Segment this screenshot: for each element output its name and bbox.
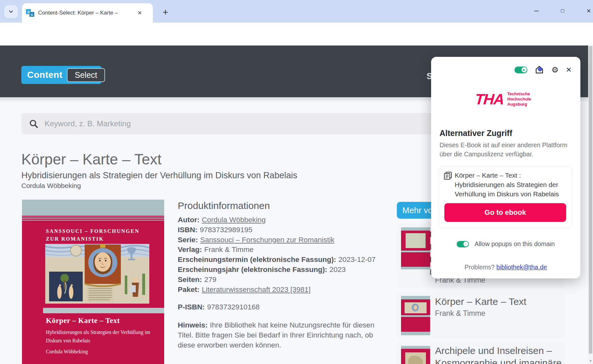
product-info-heading: Produktinformationen (178, 200, 270, 211)
page-subtitle: Hybridisierungen als Strategien der Verh… (21, 171, 297, 181)
search-placeholder: Keyword, z. B. Marketing (45, 119, 131, 128)
cover-top-band (22, 200, 164, 216)
allow-popups-label: Allow popups on this domain (474, 240, 555, 248)
product-row-serie: Serie:Sanssouci – Forschungen zur Romani… (178, 235, 388, 245)
ebook-card: Körper – Karte – Text : Hybridisierungen… (439, 166, 572, 228)
cover-subtitle: Hybridisierungen als Strategien der Verh… (46, 328, 153, 345)
cover-illustration (45, 244, 149, 304)
product-row-paket: Paket:Literaturwissenschaft 2023 [3981] (178, 285, 388, 295)
product-row-verlag: Verlag:Frank & Timme (178, 245, 388, 255)
browser-toolbar: https://content-select.com/de/portal/med… (0, 23, 593, 46)
window-maximize-button[interactable]: □ (554, 3, 571, 19)
series-link[interactable]: Sanssouci – Forschungen zur Romanistik (200, 236, 334, 244)
extension-popup: ▶ ⚙ × THA Technische Hochschule Augsburg… (431, 57, 580, 278)
tab-title: Content-Select: Körper – Karte – (38, 10, 135, 16)
cover-title: Körper – Karte – Text (46, 317, 120, 325)
tha-name: Technische Hochschule Augsburg (507, 91, 536, 107)
scrollbar-down-arrow[interactable]: ▼ (588, 358, 593, 364)
author-link[interactable]: Cordula Wöbbeking (202, 216, 266, 224)
home-icon[interactable] (535, 65, 544, 74)
product-row-seiten: Seiten:279 (178, 275, 388, 285)
ebook-title: Körper – Karte – Text : Hybridisierungen… (455, 171, 566, 199)
related-book-title: Körper – Karte – Text (435, 296, 526, 308)
tab-close-icon[interactable]: × (138, 9, 142, 16)
allow-popups-toggle[interactable]: ✓ (457, 241, 469, 247)
related-book-thumbnail (401, 296, 430, 335)
tha-logo: THA Technische Hochschule Augsburg (431, 90, 580, 108)
product-row-autor: Autor:Cordula Wöbbeking (178, 215, 388, 225)
related-book-thumbnail (401, 227, 430, 269)
cover-stripes (22, 216, 164, 222)
related-book-thumbnail (401, 346, 430, 364)
cover-divider-band (43, 308, 164, 313)
related-book-title: Archipele und Inselreisen – Kosmographie… (435, 345, 562, 364)
book-pages-icon (444, 172, 452, 180)
logo-content-label: Content (27, 70, 62, 80)
problems-line: Problems? bibliothek@tha.de (431, 264, 580, 271)
tab-strip: c s Content-Select: Körper – Karte – × +… (0, 0, 593, 23)
search-icon (28, 119, 39, 129)
window-minimize-button[interactable]: ─ (528, 3, 545, 19)
contact-email-link[interactable]: bibliothek@tha.de (496, 264, 547, 271)
browser-tab[interactable]: c s Content-Select: Körper – Karte – × (22, 3, 153, 23)
browser-window: c s Content-Select: Körper – Karte – × +… (0, 0, 593, 364)
popup-header-icons: ▶ ⚙ × (514, 65, 571, 74)
cover-series-title: SANSSOUCI – FORSCHUNGEN ZUR ROMANISTIK (46, 227, 153, 243)
product-note: Hinweis:Ihre Bibliothek hat keine Nutzun… (178, 320, 382, 350)
window-close-button[interactable]: × (580, 3, 593, 19)
play-icon: ▶ (522, 67, 527, 72)
popup-description: Dieses E-Book ist auf einer anderen Plat… (439, 141, 578, 159)
check-icon: ✓ (463, 242, 468, 246)
product-row-jahr: Erscheinungsjahr (elektronische Fassung)… (178, 265, 388, 275)
favicon-s-square: s (29, 12, 35, 17)
content-select-favicon: c s (26, 8, 35, 17)
problems-text: Problems? (464, 264, 496, 271)
product-info-list: Autor:Cordula Wöbbeking ISBN:97837329891… (178, 215, 388, 295)
go-to-ebook-button[interactable]: Go to ebook (444, 203, 566, 222)
gear-icon[interactable]: ⚙ (551, 66, 558, 74)
allow-popups-row: ✓ Allow popups on this domain (431, 240, 580, 248)
tab-search-button[interactable] (4, 5, 18, 18)
tha-abbrev: THA (474, 90, 504, 108)
page-author: Cordula Wöbbeking (21, 182, 81, 190)
content-select-logo[interactable]: Content Select (21, 66, 101, 84)
popup-close-icon[interactable]: × (566, 65, 571, 74)
related-book-item[interactable]: Körper – Karte – Text Frank & Timme (397, 292, 565, 338)
product-row-isbn: ISBN:9783732989195 (178, 225, 388, 235)
chevron-down-icon (8, 8, 14, 15)
page-scrollbar-thumb[interactable] (589, 46, 592, 354)
extension-active-toggle[interactable]: ▶ (514, 67, 527, 73)
package-link[interactable]: Literaturwissenschaft 2023 [3981] (202, 286, 311, 294)
popup-heading: Alternativer Zugriff (439, 129, 512, 138)
logo-select-label: Select (67, 68, 105, 82)
new-tab-button[interactable]: + (159, 6, 172, 19)
related-book-item[interactable]: Archipele und Inselreisen – Kosmographie… (397, 342, 565, 364)
book-cover: SANSSOUCI – FORSCHUNGEN ZUR ROMANISTIK (22, 200, 164, 364)
page-title: Körper – Karte – Text (21, 151, 162, 168)
cover-author: Cordula Wöbbeking (46, 349, 88, 355)
product-row-termin: Erscheinungstermin (elektronische Fassun… (178, 255, 388, 265)
related-book-publisher: Frank & Timme (435, 309, 485, 318)
product-pisbn: P-ISBN:9783732910168 (178, 303, 259, 311)
